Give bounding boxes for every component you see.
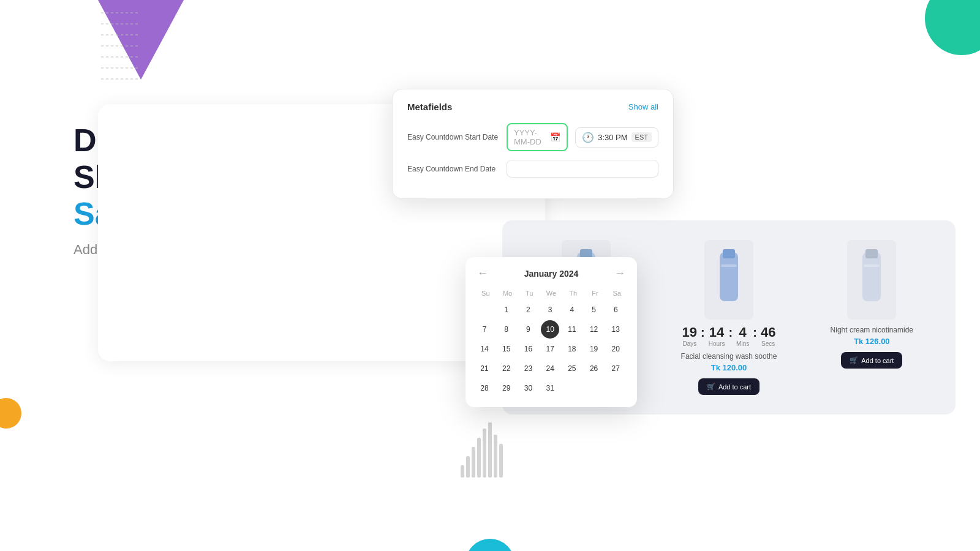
cal-empty-cell <box>475 301 494 319</box>
cal-day-cell[interactable]: 15 <box>497 340 516 358</box>
svg-rect-5 <box>721 264 737 267</box>
calendar-icon: 📅 <box>550 132 560 142</box>
cal-empty-cell <box>563 379 581 397</box>
deco-circle-blue <box>466 539 514 551</box>
svg-rect-8 <box>864 264 880 267</box>
calendar-popup: ← January 2024 → SuMoTuWeThFrSa123456789… <box>466 257 637 407</box>
cal-day-header: Mo <box>497 287 518 299</box>
cal-day-cell[interactable]: 1 <box>497 301 516 319</box>
cal-empty-cell <box>585 379 603 397</box>
deco-bars <box>461 422 503 478</box>
cal-day-cell[interactable]: 13 <box>606 320 625 339</box>
end-date-label: Easy Countdown End Date <box>407 165 499 173</box>
deco-bar <box>477 438 481 478</box>
clock-icon: 🕐 <box>582 132 594 143</box>
svg-rect-7 <box>865 249 878 258</box>
cal-day-header: Th <box>563 287 584 299</box>
deco-bar <box>483 429 486 478</box>
date-input[interactable]: YYYY-MM-DD 📅 <box>507 123 568 151</box>
cal-day-cell[interactable]: 19 <box>585 340 603 358</box>
add-to-cart-label: Add to cart <box>718 383 751 391</box>
cal-day-header: Sa <box>606 287 627 299</box>
product-card: Night cream nicotinamideTk 126.00🛒Add to… <box>801 233 943 402</box>
metafields-title: Metafields <box>407 102 452 112</box>
cal-day-cell[interactable]: 24 <box>541 359 559 378</box>
cal-next-button[interactable]: → <box>612 267 627 280</box>
show-all-link[interactable]: Show all <box>628 102 658 111</box>
deco-bar <box>461 465 464 478</box>
cal-day-cell[interactable]: 31 <box>541 379 559 397</box>
timer-label: Hours <box>709 340 725 347</box>
cal-day-cell[interactable]: 12 <box>585 320 603 339</box>
cal-day-cell[interactable]: 17 <box>541 340 559 358</box>
cal-prev-button[interactable]: ← <box>475 267 490 280</box>
cart-icon: 🛒 <box>850 356 858 364</box>
deco-circle-orange <box>0 398 21 429</box>
timer-number: 19 <box>682 326 697 339</box>
countdown-timer: 19Days:14Hours:4Mins:46Secs <box>682 326 776 347</box>
cal-day-cell[interactable]: 29 <box>497 379 516 397</box>
cal-day-cell[interactable]: 6 <box>606 301 625 319</box>
deco-lines <box>101 12 138 80</box>
timer-number: 14 <box>709 326 724 339</box>
svg-rect-4 <box>723 249 735 258</box>
cal-day-cell[interactable]: 16 <box>519 340 537 358</box>
cal-day-cell[interactable]: 10 <box>541 320 559 339</box>
cal-day-cell[interactable]: 20 <box>606 340 625 358</box>
cal-day-cell[interactable]: 11 <box>563 320 581 339</box>
cal-day-cell[interactable]: 2 <box>519 301 537 319</box>
cal-day-cell[interactable]: 21 <box>475 359 494 378</box>
cal-day-header: Su <box>475 287 496 299</box>
cal-day-cell[interactable]: 25 <box>563 359 581 378</box>
cal-day-cell[interactable]: 27 <box>606 359 625 378</box>
product-name: Facial cleansing wash soothe <box>681 352 777 361</box>
cal-day-cell[interactable]: 23 <box>519 359 537 378</box>
cal-day-cell[interactable]: 7 <box>475 320 494 339</box>
svg-rect-6 <box>862 252 881 301</box>
cal-month-label: January 2024 <box>524 269 579 279</box>
cal-day-cell[interactable]: 28 <box>475 379 494 397</box>
cal-day-cell[interactable]: 8 <box>497 320 516 339</box>
timer-unit: 19Days <box>682 326 697 347</box>
timer-unit: 14Hours <box>709 326 725 347</box>
svg-rect-3 <box>720 252 738 301</box>
product-price: Tk 120.00 <box>711 363 747 372</box>
cal-day-header: Fr <box>585 287 606 299</box>
start-date-label: Easy Countdown Start Date <box>407 133 499 141</box>
deco-bar <box>466 456 470 478</box>
time-input[interactable]: 🕐 3:30 PM EST <box>575 127 658 148</box>
product-card: 19Days:14Hours:4Mins:46SecsFacial cleans… <box>657 233 800 402</box>
add-to-cart-label: Add to cart <box>861 357 894 364</box>
cal-day-header: Tu <box>519 287 540 299</box>
cal-day-cell[interactable]: 4 <box>563 301 581 319</box>
deco-circle-teal <box>925 0 980 55</box>
cal-day-cell[interactable]: 26 <box>585 359 603 378</box>
cal-day-cell[interactable]: 22 <box>497 359 516 378</box>
product-image <box>847 240 896 320</box>
cal-day-cell[interactable]: 9 <box>519 320 537 339</box>
cal-day-cell[interactable]: 30 <box>519 379 537 397</box>
cal-day-header: We <box>541 287 562 299</box>
add-to-cart-button[interactable]: 🛒Add to cart <box>841 352 902 369</box>
timezone-badge: EST <box>631 132 652 142</box>
timer-label: Mins <box>736 340 749 347</box>
cal-day-cell[interactable]: 18 <box>563 340 581 358</box>
timer-separator: : <box>753 326 757 339</box>
metafields-header: Metafields Show all <box>407 102 658 112</box>
timer-number: 46 <box>761 326 775 339</box>
cal-day-cell[interactable]: 14 <box>475 340 494 358</box>
timer-separator: : <box>728 326 733 339</box>
product-price: Tk 126.00 <box>854 337 890 346</box>
cal-day-cell[interactable]: 3 <box>541 301 559 319</box>
end-date-row: Easy Countdown End Date <box>407 160 658 178</box>
deco-bar <box>472 447 475 478</box>
timer-label: Secs <box>761 340 775 347</box>
metafields-card: Metafields Show all Easy Countdown Start… <box>392 89 674 199</box>
cart-icon: 🛒 <box>707 383 715 391</box>
timer-separator: : <box>701 326 705 339</box>
cal-day-cell[interactable]: 5 <box>585 301 603 319</box>
cal-empty-cell <box>606 379 625 397</box>
date-placeholder: YYYY-MM-DD <box>514 128 546 146</box>
end-date-input[interactable] <box>507 160 658 178</box>
add-to-cart-button[interactable]: 🛒Add to cart <box>698 378 760 395</box>
